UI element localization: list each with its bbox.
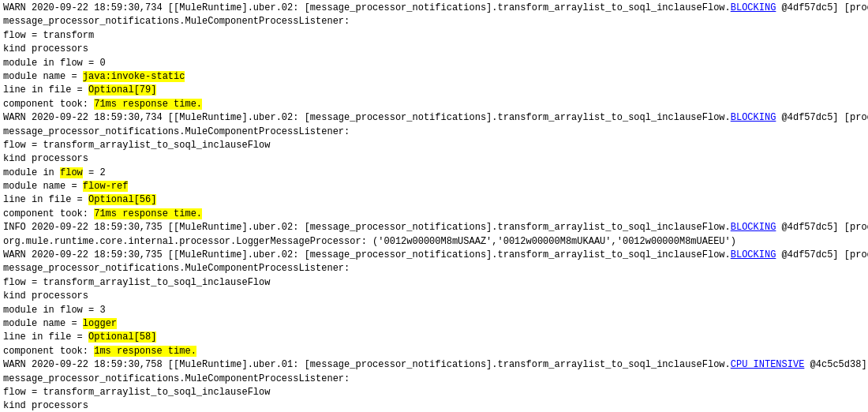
blocking-link[interactable]: BLOCKING: [731, 112, 776, 123]
log-line: message_processor_notifications.MuleComp…: [3, 262, 865, 275]
log-line: flow = transform_arraylist_to_soql_incla…: [3, 386, 865, 399]
log-line: kind processors: [3, 290, 865, 303]
log-line: line in file = Optional[58]: [3, 331, 865, 344]
log-prefix: WARN 2020-09-22 18:59:30,758 [[MuleRunti…: [3, 359, 731, 370]
blocking-link[interactable]: BLOCKING: [731, 2, 776, 13]
log-line: INFO 2020-09-22 18:59:30,735 [[MuleRunti…: [3, 221, 865, 234]
log-suffix: @4df57dc5] [process: [776, 222, 868, 233]
log-line: module name = flow-ref: [3, 180, 865, 193]
log-line: WARN 2020-09-22 18:59:30,758 [[MuleRunti…: [3, 358, 865, 372]
blocking-link[interactable]: BLOCKING: [731, 249, 776, 260]
highlight-flow: flow: [60, 167, 83, 178]
log-line: kind processors: [3, 43, 865, 56]
log-line: component took: 71ms response time.: [3, 208, 865, 221]
log-line: module in flow = 2: [3, 167, 865, 180]
log-line: WARN 2020-09-22 18:59:30,735 [[MuleRunti…: [3, 249, 865, 262]
log-prefix: INFO 2020-09-22 18:59:30,735 [[MuleRunti…: [3, 222, 731, 233]
highlight-line-file: Optional[56]: [88, 194, 156, 205]
highlight-response-time: 71ms response time.: [94, 99, 202, 110]
highlight-response-time: 1ms response time.: [94, 346, 196, 357]
log-line: line in file = Optional[56]: [3, 193, 865, 207]
log-line: message_processor_notifications.MuleComp…: [3, 15, 865, 28]
highlight-response-time: 71ms response time.: [94, 208, 202, 219]
log-line: flow = transform_arraylist_to_soql_incla…: [3, 139, 865, 152]
log-prefix: WARN 2020-09-22 18:59:30,734 [[MuleRunti…: [3, 2, 731, 13]
log-prefix: WARN 2020-09-22 18:59:30,735 [[MuleRunti…: [3, 249, 731, 260]
log-suffix: @4df57dc5] [process: [776, 249, 868, 260]
log-line: module name = logger: [3, 317, 865, 331]
log-line: kind processors: [3, 399, 865, 412]
highlight-module-name: flow-ref: [83, 181, 129, 192]
log-prefix: WARN 2020-09-22 18:59:30,734 [[MuleRunti…: [3, 112, 731, 123]
log-line: flow = transform: [3, 29, 865, 43]
log-line: component took: 1ms response time.: [3, 345, 865, 358]
highlight-line-file: Optional[58]: [88, 331, 156, 343]
log-line: WARN 2020-09-22 18:59:30,734 [[MuleRunti…: [3, 111, 865, 125]
log-suffix: @4df57dc5] [process: [776, 112, 868, 123]
highlight-line-file: Optional[79]: [88, 84, 156, 96]
log-line: kind processors: [3, 152, 865, 166]
log-line: module in flow = 3: [3, 304, 865, 317]
log-line: message_processor_notifications.MuleComp…: [3, 373, 865, 386]
highlight-module-name: java:invoke-static: [83, 71, 185, 82]
log-suffix: @4c5c5d38] [pr: [804, 359, 868, 370]
log-container: WARN 2020-09-22 18:59:30,734 [[MuleRunti…: [0, 0, 868, 412]
cpu-intensive-link[interactable]: CPU_INTENSIVE: [731, 359, 805, 370]
log-line: module name = java:invoke-static: [3, 70, 865, 84]
log-line: line in file = Optional[79]: [3, 84, 865, 97]
blocking-link[interactable]: BLOCKING: [731, 222, 776, 233]
log-line: flow = transform_arraylist_to_soql_incla…: [3, 276, 865, 290]
highlight-module-name: logger: [83, 318, 117, 329]
log-line: component took: 71ms response time.: [3, 98, 865, 111]
log-line: org.mule.runtime.core.internal.processor…: [3, 235, 865, 249]
log-line: module in flow = 0: [3, 57, 865, 70]
log-suffix: @4df57dc5] [process: [776, 2, 868, 13]
log-line: WARN 2020-09-22 18:59:30,734 [[MuleRunti…: [3, 2, 865, 15]
log-line: message_processor_notifications.MuleComp…: [3, 125, 865, 139]
